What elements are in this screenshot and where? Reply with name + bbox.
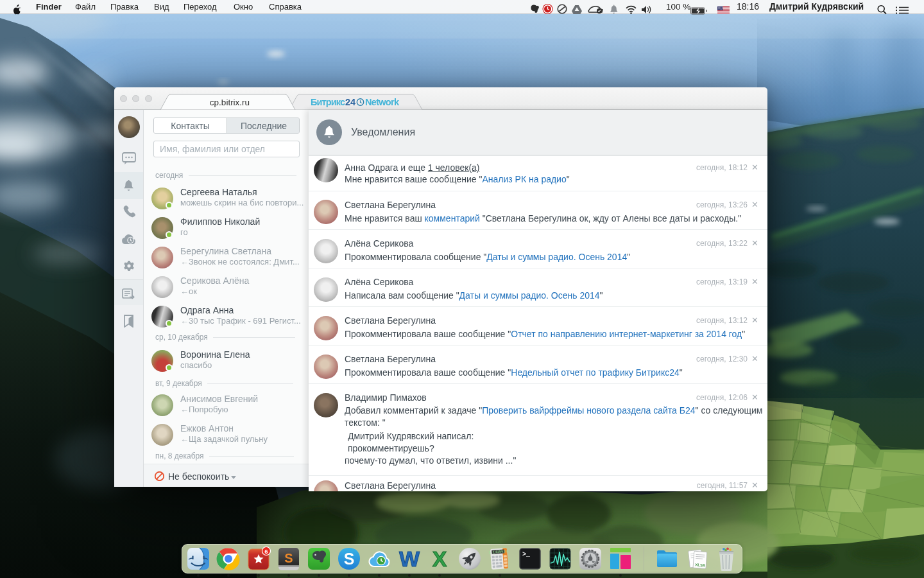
svg-text:Network: Network: [365, 97, 400, 107]
svg-text:24: 24: [345, 97, 355, 107]
svg-text:>_: >_: [522, 551, 531, 558]
svg-text:XLSX: XLSX: [695, 563, 705, 567]
svg-text:Битрикс: Битрикс: [311, 97, 345, 107]
svg-text:W: W: [399, 547, 420, 571]
svg-text:6: 6: [264, 548, 268, 555]
svg-text:S: S: [344, 550, 355, 568]
svg-text:cp.bitrix.ru: cp.bitrix.ru: [210, 98, 250, 107]
svg-text:X: X: [432, 547, 447, 571]
svg-text:S: S: [284, 551, 293, 565]
